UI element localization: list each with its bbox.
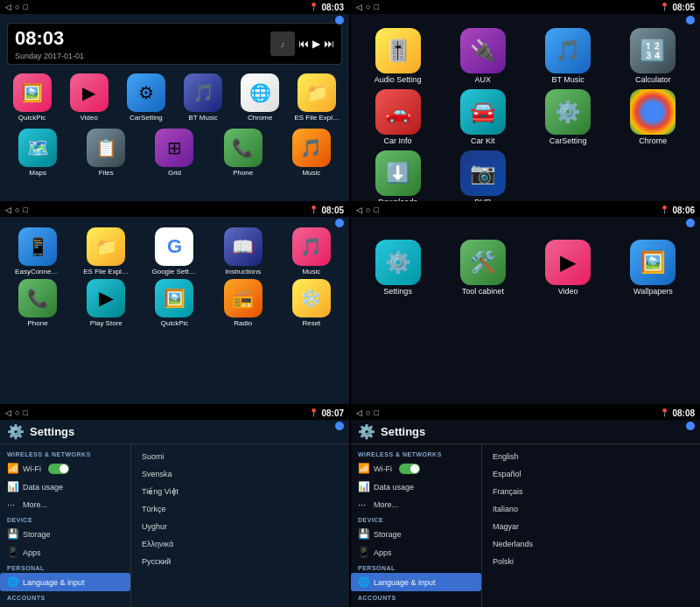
app-btmusic[interactable]: 🎵 BT Music <box>177 73 230 122</box>
settings-add-account[interactable]: + Add account <box>0 603 130 607</box>
settings-more[interactable]: ··· More... <box>0 496 130 513</box>
settings-add-account2[interactable]: + Add account <box>351 603 481 607</box>
recents-icon-3[interactable]: □ <box>23 206 27 214</box>
app-files[interactable]: 📋 Files <box>74 129 138 177</box>
home-icon-4[interactable]: ○ <box>366 206 370 214</box>
app-icon-settings-app: ⚙️ <box>375 240 421 285</box>
recents-icon-4[interactable]: □ <box>374 206 378 214</box>
app-grid-app[interactable]: ⊞ Grid <box>142 129 206 177</box>
app-quickpic[interactable]: 🖼️ QuickPic <box>5 73 59 122</box>
recents-icon-5[interactable]: □ <box>23 408 27 417</box>
storage-label: Storage <box>23 530 51 539</box>
settings-storage[interactable]: 💾 Storage <box>0 525 130 543</box>
home-icon[interactable]: ○ <box>15 3 19 11</box>
lang-espanol[interactable]: Español <box>482 465 700 483</box>
settings-more2[interactable]: ··· More... <box>351 496 481 513</box>
app-icon-files: 📋 <box>87 129 125 167</box>
app-aux[interactable]: 🔌 AUX <box>443 28 522 84</box>
back-icon-6[interactable]: ◁ <box>356 408 362 417</box>
app-label-maps: Maps <box>29 169 46 177</box>
lang-turkce[interactable]: Türkçe <box>131 500 349 518</box>
app-music2[interactable]: 🎵 Music <box>279 227 344 276</box>
settings-language[interactable]: 🌐 Language & input <box>0 573 130 591</box>
lang-english[interactable]: English <box>482 448 700 465</box>
app-dvr[interactable]: 📷 DVR <box>443 150 522 201</box>
lang-russian[interactable]: Русский <box>131 553 349 570</box>
back-icon-4[interactable]: ◁ <box>356 206 362 214</box>
app-car-info[interactable]: 🚗 Car Info <box>358 89 438 145</box>
back-icon[interactable]: ◁ <box>5 3 11 11</box>
recents-icon-2[interactable]: □ <box>374 3 378 11</box>
home-icon-6[interactable]: ○ <box>366 408 370 417</box>
settings-wifi[interactable]: 📶 Wi-Fi <box>0 459 130 478</box>
app-calculator[interactable]: 🔢 Calculator <box>613 28 693 84</box>
app-radio[interactable]: 📻 Radio <box>211 279 276 327</box>
lang-tiengviet[interactable]: Tiếng Việt <box>131 483 349 500</box>
settings-wifi2[interactable]: 📶 Wi-Fi <box>351 459 481 478</box>
app-esfile[interactable]: 📁 ES File Explore <box>290 73 344 122</box>
app-chrome2[interactable]: 🌐 Chrome <box>613 89 693 145</box>
settings-storage2[interactable]: 💾 Storage <box>351 525 481 543</box>
back-icon-2[interactable]: ◁ <box>356 3 362 11</box>
app-video[interactable]: ▶ Video <box>62 73 116 122</box>
app-video2[interactable]: ▶ Video <box>528 240 608 296</box>
settings-apps2[interactable]: 📱 Apps <box>351 543 481 562</box>
app-downloads[interactable]: ⬇️ Downloads <box>358 150 438 201</box>
home-icon-2[interactable]: ○ <box>366 3 370 11</box>
app-bt-music[interactable]: 🎵 BT Music <box>528 28 608 84</box>
app-quickpic2[interactable]: 🖼️ QuickPic <box>142 279 206 327</box>
lang-greek[interactable]: Ελληνικά <box>131 535 349 553</box>
settings-apps[interactable]: 📱 Apps <box>0 543 130 562</box>
app-instructions[interactable]: 📖 Instructions <box>211 227 276 276</box>
lang-uyghur[interactable]: Uyghur <box>131 518 349 535</box>
wifi-toggle2[interactable] <box>399 464 420 474</box>
play-btn[interactable]: ▶ <box>312 38 320 50</box>
back-icon-5[interactable]: ◁ <box>5 408 11 417</box>
settings-data2[interactable]: 📊 Data usage <box>351 478 481 496</box>
lang-suomi[interactable]: Suomi <box>131 448 349 465</box>
app-phone[interactable]: 📞 Phone <box>211 129 276 177</box>
app-car-kit[interactable]: 🚘 Car Kit <box>443 89 522 145</box>
app-carsetting2[interactable]: ⚙️ CarSetting <box>528 89 608 145</box>
app-audio-setting[interactable]: 🎚️ Audio Setting <box>358 28 438 84</box>
settings-data-usage[interactable]: 📊 Data usage <box>0 478 130 496</box>
lang-nederlands[interactable]: Nederlands <box>482 535 700 553</box>
app-google-setting[interactable]: G Google Setting <box>142 227 206 276</box>
recents-icon-6[interactable]: □ <box>374 408 378 417</box>
location-icon-3: 📍 <box>309 206 318 214</box>
app-es-file2[interactable]: 📁 ES File Explore <box>74 227 138 276</box>
home-icon-5[interactable]: ○ <box>15 408 19 417</box>
location-icon-5: 📍 <box>309 408 318 417</box>
app-reset[interactable]: ❄️ Reset <box>279 279 344 327</box>
settings1-panel: ⚙️ Settings WIRELESS & NETWORKS 📶 Wi-Fi … <box>0 420 349 607</box>
settings1-body: WIRELESS & NETWORKS 📶 Wi-Fi 📊 Data usage… <box>0 444 349 607</box>
app-maps[interactable]: 🗺️ Maps <box>5 129 70 177</box>
lang-polski[interactable]: Polski <box>482 553 700 570</box>
wifi-toggle[interactable] <box>48 464 69 474</box>
status-bar-settings2: ◁ ○ □ 📍 08:08 <box>351 406 700 420</box>
lang-italiano[interactable]: Italiano <box>482 500 700 518</box>
app-easy-connection[interactable]: 📱 EasyConnection <box>5 227 70 276</box>
lang-magyar[interactable]: Magyar <box>482 518 700 535</box>
app-icon-tool: 🛠️ <box>460 240 506 285</box>
home-icon-3[interactable]: ○ <box>15 206 19 214</box>
app-phone2[interactable]: 📞 Phone <box>5 279 70 327</box>
app-music[interactable]: 🎵 Music <box>279 129 344 177</box>
recents-icon[interactable]: □ <box>23 3 27 11</box>
prev-btn[interactable]: ⏮ <box>298 38 309 50</box>
app-tool-cabinet[interactable]: 🛠️ Tool cabinet <box>443 240 522 296</box>
app-label-aux: AUX <box>475 75 492 84</box>
app-icon-dvr: 📷 <box>460 150 506 196</box>
app-play-store[interactable]: ▶ Play Store <box>74 279 138 327</box>
next-btn[interactable]: ⏭ <box>324 38 334 50</box>
app-label-car-kit: Car Kit <box>471 136 495 145</box>
back-icon-3[interactable]: ◁ <box>5 206 11 214</box>
lang-francais[interactable]: Français <box>482 483 700 500</box>
lang-svenska[interactable]: Svenska <box>131 465 349 483</box>
app-chrome[interactable]: 🌐 Chrome <box>234 73 287 122</box>
app-wallpapers[interactable]: 🖼️ Wallpapers <box>613 240 693 296</box>
settings-language2[interactable]: 🌐 Language & input <box>351 573 481 591</box>
status-bar-home: ◁ ○ □ 📍 08:03 <box>0 0 349 14</box>
app-settings-app[interactable]: ⚙️ Settings <box>358 240 438 296</box>
app-carsetting[interactable]: ⚙ CarSetting <box>119 73 172 122</box>
